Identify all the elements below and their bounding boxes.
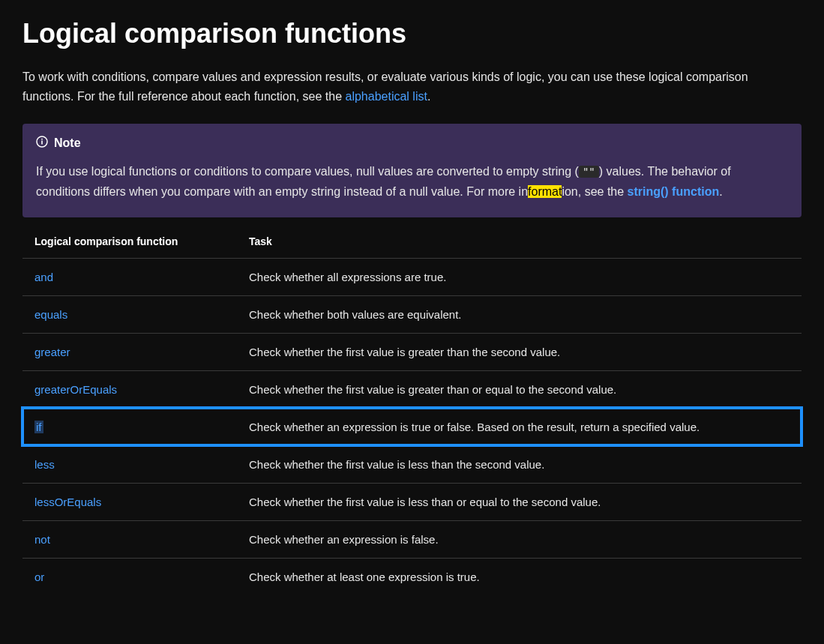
note-body-part3: ion, see the	[562, 185, 627, 198]
fn-link[interactable]: less	[34, 458, 55, 471]
task-cell: Check whether the first value is less th…	[237, 483, 802, 520]
task-cell: Check whether all expressions are true.	[237, 258, 802, 295]
table-row: ifCheck whether an expression is true or…	[22, 408, 802, 445]
task-cell: Check whether both values are equivalent…	[237, 295, 802, 333]
functions-table: Logical comparison function Task andChec…	[22, 225, 802, 595]
note-body: If you use logical functions or conditio…	[36, 161, 788, 202]
fn-link[interactable]: if	[34, 421, 43, 433]
fn-link[interactable]: or	[34, 571, 44, 583]
table-row: orCheck whether at least one expression …	[22, 558, 802, 595]
note-callout: Note If you use logical functions or con…	[22, 124, 802, 217]
table-row: equalsCheck whether both values are equi…	[22, 295, 802, 333]
string-function-link[interactable]: string() function	[628, 185, 720, 198]
fn-cell: equals	[22, 295, 237, 333]
note-label: Note	[54, 136, 81, 150]
fn-cell: lessOrEquals	[22, 483, 237, 520]
table-row: lessOrEqualsCheck whether the first valu…	[22, 483, 802, 520]
task-cell: Check whether the first value is greater…	[237, 333, 802, 370]
code-chip-empty-string: ""	[579, 166, 599, 178]
info-icon	[36, 136, 54, 151]
intro-paragraph: To work with conditions, compare values …	[22, 67, 802, 106]
note-body-part1: If you use logical functions or conditio…	[36, 165, 579, 178]
task-cell: Check whether the first value is greater…	[237, 370, 802, 408]
fn-cell: greaterOrEquals	[22, 370, 237, 408]
fn-link[interactable]: greater	[34, 346, 70, 358]
fn-link[interactable]: lessOrEquals	[34, 496, 101, 508]
alphabetical-list-link[interactable]: alphabetical list	[345, 90, 427, 103]
fn-link[interactable]: greaterOrEquals	[34, 383, 117, 396]
th-function: Logical comparison function	[22, 225, 237, 259]
fn-link[interactable]: not	[34, 533, 50, 546]
note-header: Note	[36, 136, 788, 151]
fn-link[interactable]: and	[34, 271, 53, 283]
fn-cell: and	[22, 258, 237, 295]
table-row: lessCheck whether the first value is les…	[22, 445, 802, 483]
fn-cell: not	[22, 520, 237, 558]
svg-rect-2	[41, 139, 43, 140]
fn-link[interactable]: equals	[34, 308, 67, 321]
note-body-part4: .	[719, 185, 722, 198]
fn-cell: or	[22, 558, 237, 595]
intro-text-after: .	[427, 90, 430, 103]
table-row: notCheck whether an expression is false.	[22, 520, 802, 558]
fn-cell: if	[22, 408, 237, 445]
th-task: Task	[237, 225, 802, 259]
highlighted-text: format	[528, 185, 562, 198]
fn-cell: greater	[22, 333, 237, 370]
task-cell: Check whether at least one expression is…	[237, 558, 802, 595]
task-cell: Check whether an expression is false.	[237, 520, 802, 558]
table-row: greaterCheck whether the first value is …	[22, 333, 802, 370]
table-row: greaterOrEqualsCheck whether the first v…	[22, 370, 802, 408]
task-cell: Check whether an expression is true or f…	[237, 408, 802, 445]
fn-cell: less	[22, 445, 237, 483]
svg-rect-1	[41, 141, 43, 145]
table-row: andCheck whether all expressions are tru…	[22, 258, 802, 295]
page-title: Logical comparison functions	[22, 18, 802, 49]
task-cell: Check whether the first value is less th…	[237, 445, 802, 483]
